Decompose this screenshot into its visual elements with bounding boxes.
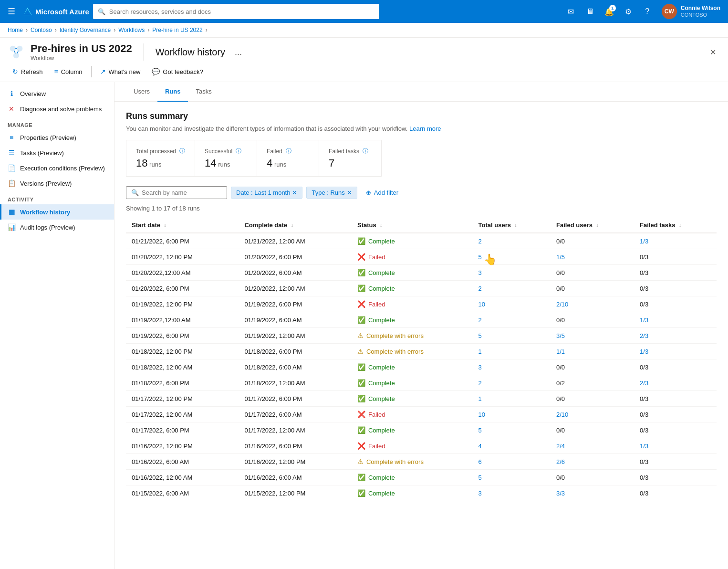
cell-failed-users[interactable]: 0/0 [551,312,634,328]
cell-failed-users[interactable]: 3/3 [551,485,634,501]
total-users-link[interactable]: 10 [478,411,485,418]
failed-tasks-link[interactable]: 2/3 [640,379,648,387]
cell-failed-tasks[interactable]: 0/3 [634,265,717,281]
user-menu[interactable]: CW Connie Wilson CONTOSO [658,4,724,19]
cell-failed-tasks[interactable]: 2/3 [634,328,717,344]
cell-failed-users[interactable]: 1/1 [551,344,634,359]
col-status[interactable]: Status ↕ [352,218,473,233]
cell-total-users[interactable]: 10 [473,407,551,422]
failed-info-icon[interactable]: ⓘ [286,147,291,155]
whats-new-button[interactable]: ↗ What's new [95,65,146,78]
tab-users[interactable]: Users [126,82,157,102]
cell-total-users[interactable]: 10 [473,296,551,312]
table-row[interactable]: 01/17/2022, 6:00 PM01/17/2022, 12:00 AM✅… [126,422,717,438]
cell-total-users[interactable]: 2 [473,281,551,296]
cell-total-users[interactable]: 3 [473,265,551,281]
tab-runs[interactable]: Runs [157,82,188,102]
cell-total-users[interactable]: 5👆 [473,249,551,265]
total-users-link[interactable]: 6 [478,458,482,465]
total-users-link[interactable]: 5 [478,474,482,481]
cell-failed-users[interactable]: 2/10 [551,296,634,312]
search-input[interactable] [142,189,222,196]
table-row[interactable]: 01/21/2022, 6:00 PM01/21/2022, 12:00 AM✅… [126,233,717,249]
cell-failed-tasks[interactable]: 0/3 [634,359,717,375]
table-row[interactable]: 01/15/2022, 6:00 AM01/15/2022, 12:00 PM✅… [126,485,717,501]
cell-failed-users[interactable]: 2/4 [551,438,634,454]
column-button[interactable]: ≡ Column [50,65,87,78]
portal-icon[interactable]: 🖥 [582,3,599,20]
refresh-button[interactable]: ↻ Refresh [8,65,48,78]
failed-users-link[interactable]: 2/10 [556,301,568,308]
breadcrumb-home[interactable]: Home [8,27,23,33]
total-users-link[interactable]: 3 [478,364,482,371]
total-users-link[interactable]: 10 [478,301,485,308]
cell-failed-tasks[interactable]: 0/3 [634,422,717,438]
cell-total-users[interactable]: 5 [473,328,551,344]
menu-icon[interactable]: ☰ [4,2,19,21]
cell-failed-tasks[interactable]: 0/3 [634,485,717,501]
table-row[interactable]: 01/16/2022, 12:00 AM01/16/2022, 6:00 AM✅… [126,470,717,485]
sidebar-item-workflow-history[interactable]: ▦ Workflow history [0,204,114,220]
sidebar-item-properties[interactable]: ≡ Properties (Preview) [0,130,114,145]
cell-failed-tasks[interactable]: 0/3 [634,296,717,312]
cell-failed-tasks[interactable]: 1/3 [634,438,717,454]
cell-total-users[interactable]: 2 [473,375,551,391]
close-button[interactable]: ✕ [705,44,720,60]
type-filter-close-icon[interactable]: ✕ [347,189,352,196]
table-row[interactable]: 01/18/2022, 12:00 AM01/18/2022, 6:00 AM✅… [126,359,717,375]
col-failed-tasks[interactable]: Failed tasks ↕ [634,218,717,233]
help-icon[interactable]: ? [639,3,656,20]
sidebar-item-versions[interactable]: 📋 Versions (Preview) [0,176,114,191]
table-row[interactable]: 01/18/2022, 12:00 PM01/18/2022, 6:00 PM⚠… [126,344,717,359]
tab-tasks[interactable]: Tasks [188,82,219,102]
cell-failed-tasks[interactable]: 0/3 [634,281,717,296]
cell-failed-tasks[interactable]: 0/3 [634,391,717,407]
breadcrumb-workflows[interactable]: Workflows [118,27,145,33]
cell-failed-users[interactable]: 0/0 [551,422,634,438]
table-row[interactable]: 01/19/2022, 6:00 PM01/19/2022, 12:00 AM⚠… [126,328,717,344]
table-row[interactable]: 01/20/2022, 12:00 PM01/20/2022, 6:00 PM❌… [126,249,717,265]
table-row[interactable]: 01/19/2022,12:00 AM01/19/2022, 6:00 AM✅C… [126,312,717,328]
total-users-link[interactable]: 1 [478,395,482,402]
sidebar-item-overview[interactable]: ℹ Overview [0,86,114,101]
email-icon[interactable]: ✉ [562,3,580,20]
total-users-link[interactable]: 4 [478,443,482,450]
breadcrumb-current[interactable]: Pre-hire in US 2022 [152,27,202,33]
cell-failed-users[interactable]: 0/0 [551,359,634,375]
cell-failed-users[interactable]: 2/6 [551,454,634,470]
failed-users-link[interactable]: 2/10 [556,411,568,418]
search-input[interactable] [109,8,374,15]
failed-tasks-info-icon[interactable]: ⓘ [363,147,368,155]
learn-more-link[interactable]: Learn more [409,125,441,132]
sidebar-item-tasks[interactable]: ☰ Tasks (Preview) [0,145,114,160]
notification-icon[interactable]: 🔔 1 [601,3,618,20]
cell-failed-tasks[interactable]: 0/3 [634,470,717,485]
failed-tasks-link[interactable]: 1/3 [640,443,648,450]
failed-users-link[interactable]: 1/1 [556,348,565,355]
cell-failed-users[interactable]: 0/0 [551,281,634,296]
cell-total-users[interactable]: 1 [473,391,551,407]
cell-total-users[interactable]: 5 [473,470,551,485]
failed-tasks-link[interactable]: 1/3 [640,316,648,324]
col-total-users[interactable]: Total users ↕ [473,218,551,233]
failed-users-link[interactable]: 1/5 [556,253,565,261]
cell-failed-tasks[interactable]: 0/3 [634,454,717,470]
type-filter-tag[interactable]: Type : Runs ✕ [306,187,357,199]
failed-users-link[interactable]: 3/5 [556,332,565,339]
failed-tasks-link[interactable]: 1/3 [640,348,648,355]
table-row[interactable]: 01/19/2022, 12:00 PM01/19/2022, 6:00 PM❌… [126,296,717,312]
date-filter-close-icon[interactable]: ✕ [292,189,297,196]
table-row[interactable]: 01/17/2022, 12:00 AM01/17/2022, 6:00 AM❌… [126,407,717,422]
total-users-link[interactable]: 3 [478,490,482,497]
breadcrumb-contoso[interactable]: Contoso [31,27,52,33]
failed-tasks-link[interactable]: 1/3 [640,238,648,245]
cell-failed-users[interactable]: 0/0 [551,265,634,281]
cell-total-users[interactable]: 3 [473,359,551,375]
table-row[interactable]: 01/16/2022, 6:00 AM01/16/2022, 12:00 PM⚠… [126,454,717,470]
cell-failed-users[interactable]: 0/0 [551,391,634,407]
total-info-icon[interactable]: ⓘ [179,147,185,155]
total-users-link[interactable]: 2 [478,379,482,387]
date-filter-tag[interactable]: Date : Last 1 month ✕ [231,187,302,199]
add-filter-button[interactable]: ⊕ Add filter [361,187,403,199]
sidebar-item-audit-logs[interactable]: 📊 Audit logs (Preview) [0,220,114,235]
